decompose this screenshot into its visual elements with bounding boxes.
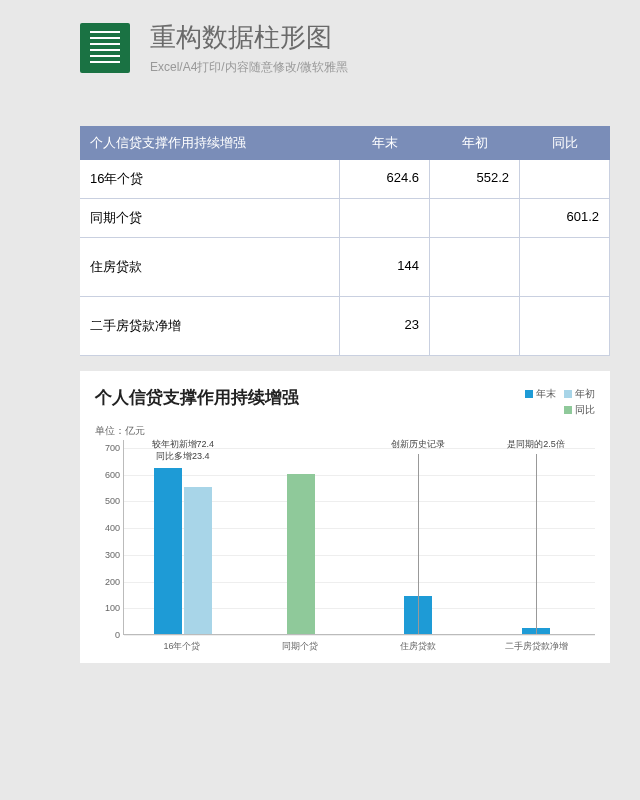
table-row: 住房贷款 144 — [80, 238, 610, 297]
table-title-cell: 个人信贷支撑作用持续增强 — [80, 126, 340, 160]
bars-group: 较年初新增72.4同比多增23.4创新历史记录是同期的2.5倍 — [124, 440, 595, 635]
legend-label: 年末 — [536, 388, 556, 399]
y-tick-label: 0 — [96, 630, 120, 640]
table-header-row: 个人信贷支撑作用持续增强 年末 年初 同比 — [80, 126, 610, 160]
y-tick-label: 100 — [96, 603, 120, 613]
row-label: 同期个贷 — [80, 199, 340, 237]
y-tick-label: 500 — [96, 496, 120, 506]
col-year-start: 年初 — [430, 126, 520, 160]
y-tick-label: 300 — [96, 550, 120, 560]
legend-swatch-icon — [564, 406, 572, 414]
cell — [520, 297, 610, 355]
chart-plot-area: 0100200300400500600700较年初新增72.4同比多增23.4创… — [123, 440, 595, 635]
x-tick-label: 同期个贷 — [241, 635, 359, 653]
page-subtitle: Excel/A4打印/内容随意修改/微软雅黑 — [150, 59, 348, 76]
legend-swatch-icon — [525, 390, 533, 398]
cell — [520, 238, 610, 296]
col-year-end: 年末 — [340, 126, 430, 160]
y-tick-label: 700 — [96, 443, 120, 453]
chart-title: 个人信贷支撑作用持续增强 — [95, 386, 299, 409]
category-group — [242, 440, 360, 635]
chart-container: 个人信贷支撑作用持续增强 年末 年初 同比 单位：亿元 010020030040… — [80, 371, 610, 663]
excel-icon — [80, 23, 130, 73]
cell — [340, 199, 430, 237]
category-group: 较年初新增72.4同比多增23.4 — [124, 440, 242, 635]
row-label: 16年个贷 — [80, 160, 340, 198]
chart-unit-label: 单位：亿元 — [95, 424, 595, 438]
annotation-leader-line — [536, 454, 537, 634]
table-row: 二手房贷款净增 23 — [80, 297, 610, 356]
cell: 23 — [340, 297, 430, 355]
table-row: 16年个贷 624.6 552.2 — [80, 160, 610, 199]
data-table: 个人信贷支撑作用持续增强 年末 年初 同比 16年个贷 624.6 552.2 … — [80, 126, 610, 356]
cell: 624.6 — [340, 160, 430, 198]
x-tick-label: 二手房贷款净增 — [477, 635, 595, 653]
chart-annotation: 创新历史记录 — [391, 438, 445, 450]
row-label: 二手房贷款净增 — [80, 297, 340, 355]
bar — [287, 474, 315, 634]
legend-label: 同比 — [575, 404, 595, 415]
cell — [520, 160, 610, 198]
bar — [184, 487, 212, 634]
col-yoy: 同比 — [520, 126, 610, 160]
legend-swatch-icon — [564, 390, 572, 398]
x-tick-label: 16年个贷 — [123, 635, 241, 653]
row-label: 住房贷款 — [80, 238, 340, 296]
x-tick-label: 住房贷款 — [359, 635, 477, 653]
chart-x-axis: 16年个贷同期个贷住房贷款二手房贷款净增 — [123, 635, 595, 653]
chart-annotation: 是同期的2.5倍 — [507, 438, 565, 450]
bar — [154, 468, 182, 634]
grid-line — [124, 635, 595, 636]
chart-annotation: 较年初新增72.4同比多增23.4 — [152, 438, 215, 462]
y-tick-label: 200 — [96, 577, 120, 587]
cell: 144 — [340, 238, 430, 296]
cell: 552.2 — [430, 160, 520, 198]
annotation-leader-line — [418, 454, 419, 634]
table-row: 同期个贷 601.2 — [80, 199, 610, 238]
cell — [430, 199, 520, 237]
chart-legend: 年末 年初 同比 — [525, 386, 595, 418]
page-title: 重构数据柱形图 — [150, 20, 348, 55]
y-tick-label: 400 — [96, 523, 120, 533]
cell — [430, 238, 520, 296]
legend-label: 年初 — [575, 388, 595, 399]
cell — [430, 297, 520, 355]
document-header: 重构数据柱形图 Excel/A4打印/内容随意修改/微软雅黑 — [0, 0, 640, 91]
cell: 601.2 — [520, 199, 610, 237]
category-group: 创新历史记录 — [360, 440, 478, 635]
category-group: 是同期的2.5倍 — [477, 440, 595, 635]
y-tick-label: 600 — [96, 470, 120, 480]
